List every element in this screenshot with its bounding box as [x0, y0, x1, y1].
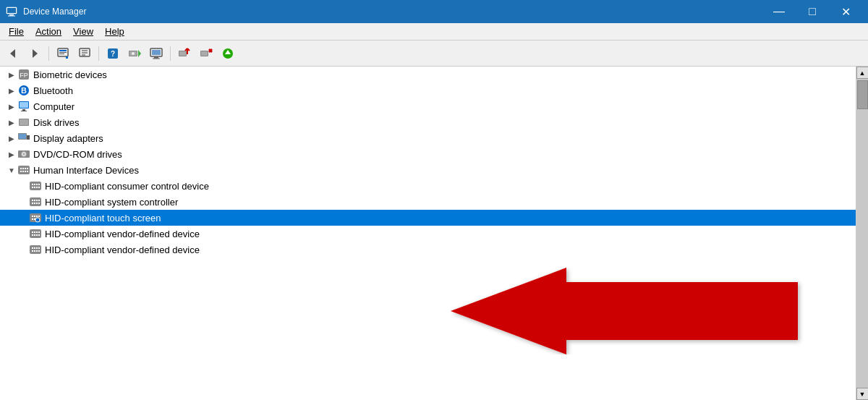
tree-item-bluetooth[interactable]: ▶BBluetooth	[0, 82, 856, 98]
svg-rect-96	[38, 231, 40, 233]
forward-button[interactable]	[25, 43, 45, 64]
menu-help[interactable]: Help	[99, 25, 130, 38]
device-icon-computer	[17, 100, 30, 113]
svg-rect-76	[36, 203, 38, 204]
scroll-down-button[interactable]: ▼	[856, 388, 869, 400]
tree-expander-bluetooth[interactable]: ▶	[6, 85, 17, 96]
tree-item-computer[interactable]: ▶Computer	[0, 98, 856, 114]
scan-button[interactable]	[218, 43, 238, 64]
svg-rect-98	[30, 245, 41, 254]
svg-text:?: ?	[111, 50, 115, 58]
svg-rect-41	[20, 102, 28, 108]
svg-rect-54	[20, 171, 22, 172]
menu-action[interactable]: Action	[30, 25, 67, 38]
svg-rect-81	[32, 218, 33, 220]
svg-rect-9	[59, 54, 64, 54]
toolbar-sep-2	[98, 46, 99, 61]
tree-label-hid-touch: HID-compliant touch screen	[45, 213, 161, 224]
svg-rect-59	[27, 168, 28, 169]
tree-label-hid-consumer: HID-compliant consumer control device	[45, 181, 209, 192]
enable-device-button[interactable]	[124, 43, 145, 64]
toolbar: ?	[0, 41, 868, 67]
tree-item-hid-vendor2[interactable]: HID-compliant vendor-defined device	[0, 242, 856, 258]
svg-rect-77	[38, 200, 40, 201]
tree-expander-disk[interactable]: ▶	[6, 116, 17, 128]
scrollbar[interactable]: ▲ ▼	[856, 67, 868, 400]
svg-rect-10	[66, 56, 68, 59]
tree-label-dvd: DVD/CD-ROM drives	[33, 149, 122, 160]
device-icon-hid-consumer	[29, 179, 42, 192]
svg-rect-94	[36, 231, 38, 233]
svg-marker-107	[451, 268, 798, 354]
svg-rect-65	[34, 187, 35, 188]
menu-bar: File Action View Help	[0, 23, 868, 41]
remove-device-button[interactable]	[196, 43, 216, 64]
svg-rect-99	[32, 247, 33, 249]
title-bar: Device Manager — □ ✕	[0, 0, 868, 23]
scrollbar-track[interactable]	[856, 79, 868, 388]
tree-item-hid-consumer[interactable]: HID-compliant consumer control device	[0, 178, 856, 194]
svg-rect-22	[152, 50, 161, 55]
svg-rect-62	[32, 184, 33, 185]
svg-rect-53	[20, 168, 22, 169]
tree-item-dvd[interactable]: ▶DVD/CD-ROM drives	[0, 146, 856, 162]
svg-rect-63	[32, 187, 33, 188]
svg-rect-102	[34, 250, 35, 252]
svg-rect-47	[19, 134, 26, 139]
main-content: ▶FPBiometric devices▶BBluetooth▶Computer…	[0, 67, 868, 400]
tree-expander-biometric[interactable]: ▶	[6, 69, 17, 80]
update-driver-button[interactable]	[75, 43, 95, 64]
menu-view[interactable]: View	[67, 25, 99, 38]
svg-rect-26	[179, 51, 186, 56]
tree-panel: ▶FPBiometric devices▶BBluetooth▶Computer…	[0, 67, 856, 400]
svg-point-88	[35, 218, 40, 222]
app-icon	[6, 6, 17, 17]
svg-rect-45	[20, 119, 28, 125]
svg-rect-23	[154, 57, 158, 59]
svg-rect-97	[38, 234, 40, 236]
properties-button[interactable]	[53, 43, 73, 64]
tree-item-display[interactable]: ▶Display adapters	[0, 130, 856, 146]
tree-label-display: Display adapters	[33, 133, 103, 144]
svg-rect-48	[27, 135, 30, 140]
tree-item-hid-vendor1[interactable]: HID-compliant vendor-defined device	[0, 226, 856, 242]
back-button[interactable]	[3, 43, 23, 64]
svg-text:FP: FP	[20, 72, 28, 79]
tree-label-hid-vendor1: HID-compliant vendor-defined device	[45, 229, 200, 239]
help-button[interactable]: ?	[103, 43, 123, 64]
tree-item-hid-system[interactable]: HID-compliant system controller	[0, 194, 856, 210]
svg-marker-4	[10, 49, 15, 58]
monitor-button[interactable]	[146, 43, 166, 64]
svg-rect-24	[153, 58, 160, 59]
scrollbar-thumb[interactable]	[857, 80, 868, 109]
svg-rect-56	[22, 171, 24, 172]
tree-expander-dvd[interactable]: ▶	[6, 148, 17, 160]
tree-expander-computer[interactable]: ▶	[6, 101, 17, 112]
device-icon-hid-vendor1	[29, 227, 42, 240]
tree-item-biometric[interactable]: ▶FPBiometric devices	[0, 67, 856, 82]
minimize-button[interactable]: —	[762, 0, 796, 23]
tree-label-computer: Computer	[33, 101, 75, 112]
window-controls: — □ ✕	[762, 0, 862, 23]
arrow-annotation	[451, 268, 827, 357]
tree-expander-hid[interactable]: ▼	[6, 164, 17, 176]
tree-item-hid[interactable]: ▼Human Interface Devices	[0, 162, 856, 178]
svg-rect-3	[8, 16, 15, 17]
menu-file[interactable]: File	[3, 25, 30, 38]
svg-rect-73	[34, 200, 35, 201]
add-device-button[interactable]	[174, 43, 195, 64]
scroll-up-button[interactable]: ▲	[856, 67, 869, 79]
toolbar-sep-1	[48, 46, 49, 61]
svg-rect-71	[32, 200, 33, 201]
tree-item-disk[interactable]: ▶Disk drives	[0, 114, 856, 130]
tree-item-hid-touch[interactable]: HID-compliant touch screen	[0, 210, 856, 226]
tree-expander-display[interactable]: ▶	[6, 132, 17, 144]
device-icon-hid-vendor2	[29, 243, 42, 256]
svg-rect-58	[25, 171, 26, 172]
svg-rect-72	[32, 203, 33, 204]
maximize-button[interactable]: □	[796, 0, 829, 23]
close-button[interactable]: ✕	[829, 0, 862, 23]
svg-rect-67	[36, 187, 38, 188]
svg-rect-74	[34, 203, 35, 204]
svg-rect-66	[36, 184, 38, 185]
